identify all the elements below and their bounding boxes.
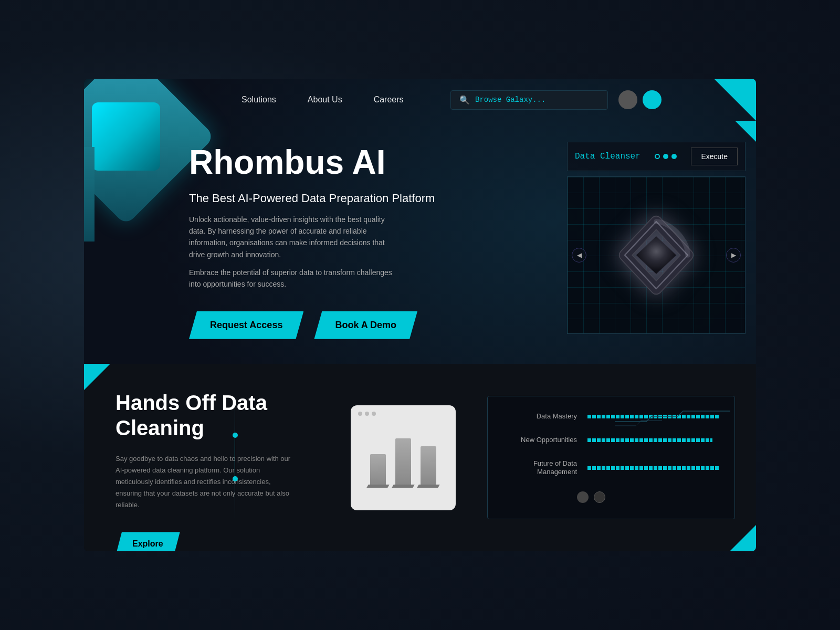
hero-title: Rhombus AI [189,144,525,181]
widget-canvas: ◀ ▶ [567,176,746,334]
widget-header: Data Cleanser Execute [567,142,746,171]
nav-careers[interactable]: Careers [374,95,404,104]
metric-label-1: Data Mastery [503,412,577,421]
bar-3-top [417,485,439,488]
request-access-button[interactable]: Request Access [189,311,303,339]
metric-row-3: Future of Data Management [503,459,719,477]
bottom-title: Hands Off Data Cleaning [116,390,309,440]
bottom-left: Hands Off Data Cleaning Say goodbye to d… [84,364,340,551]
pagination-dot-2[interactable] [594,491,605,503]
bar-1-top [366,485,389,488]
hero-subtitle: The Best AI-Powered Data Preparation Pla… [189,192,525,205]
metrics-container: Data Mastery New Opportunities [487,396,735,520]
chart-card-dots [358,412,376,416]
metric-bar-2 [587,438,712,442]
metric-label-2: New Opportunities [503,436,577,445]
widget-arrow-right[interactable]: ▶ [726,248,741,262]
nav-links: Solutions About Us Careers [242,95,404,104]
bar-2-top [392,485,414,488]
circuit-decoration [615,401,730,427]
bottom-section: Hands Off Data Cleaning Say goodbye to d… [84,364,756,551]
widget-dot-2 [663,154,668,159]
search-text: Browse Galaxy... [475,96,599,104]
vert-line-dot-1 [233,433,238,438]
metric-label-3: Future of Data Management [503,459,577,477]
nav-action-buttons [618,90,662,109]
3d-shape [614,213,698,297]
pagination-dot-1[interactable] [577,491,589,503]
main-container: Solutions About Us Careers 🔍 Browse Gala… [84,79,756,551]
widget-arrow-left[interactable]: ◀ [572,248,586,262]
navigation: Solutions About Us Careers 🔍 Browse Gala… [84,79,756,121]
metric-bar-3 [587,466,719,470]
hero-right-widget: Data Cleanser Execute [556,121,756,362]
bottom-right-metrics: Data Mastery New Opportunities [466,364,756,551]
widget-dot-3 [671,154,677,159]
bar-chart-3d [368,438,439,488]
execute-button[interactable]: Execute [691,148,738,165]
hero-desc2: Embrace the potential of superior data t… [189,267,399,290]
search-icon: 🔍 [459,95,470,105]
search-bar[interactable]: 🔍 Browse Galaxy... [450,90,608,110]
card-dot-1 [358,412,362,416]
widget-dots [655,154,677,159]
nav-btn-teal[interactable] [643,90,662,109]
bar-1 [370,454,386,486]
nav-about[interactable]: About Us [308,95,342,104]
book-demo-button[interactable]: Book A Demo [314,311,417,339]
hero-section: Rhombus AI The Best AI-Powered Data Prep… [84,121,756,362]
hero-left: Rhombus AI The Best AI-Powered Data Prep… [84,121,556,362]
bar-2 [395,438,411,486]
vert-line-decoration [235,395,235,520]
widget-title: Data Cleanser [575,152,640,161]
bottom-center-chart [340,364,466,551]
card-dot-2 [365,412,369,416]
explore-button[interactable]: Explore [116,532,180,551]
card-dot-3 [372,412,376,416]
chart-card [351,405,456,510]
hero-buttons: Request Access Book A Demo [189,311,525,339]
bottom-description: Say goodbye to data chaos and hello to p… [116,453,294,511]
nav-btn-gray[interactable] [618,90,637,109]
hero-desc1: Unlock actionable, value-driven insights… [189,214,399,261]
widget-corner-accent [735,121,756,142]
metric-row-2: New Opportunities [503,436,719,445]
nav-solutions[interactable]: Solutions [242,95,276,104]
pagination-dots [503,491,719,503]
widget-dot-1 [655,154,660,159]
bar-3 [421,446,436,486]
vert-line-dot-2 [233,476,238,481]
